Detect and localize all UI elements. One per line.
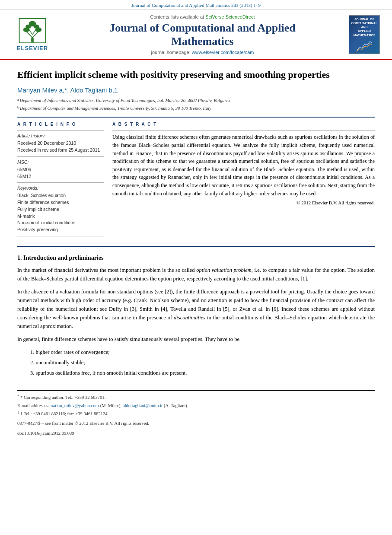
info-divider-4 [17,236,104,236]
msc-label: MSC: [17,159,104,165]
journal-title: Journal of Computational and Applied Mat… [56,21,349,48]
journal-cover-section: JOURNAL OFCOMPUTATIONAL ANDAPPLIEDMATHEM… [349,15,383,54]
keywords-label: Keywords: [17,185,104,191]
abstract-copyright: © 2012 Elsevier B.V. All rights reserved… [112,200,375,205]
section1-para3: In general, finite difference schemes ha… [17,335,375,344]
affiliation-b: b Department of Computer and Management … [17,105,375,112]
affil-text-b: Department of Computer and Management Sc… [20,105,211,112]
article-history-label: Article history: [17,133,104,138]
properties-list: 1. higher order rates of convergence; 2.… [30,348,375,377]
info-divider-1 [17,130,104,131]
article-title: Efficient implicit scheme with positivit… [17,69,375,81]
msc-code-1: 65M06 [17,166,104,173]
abstract-label: A B S T R A C T [112,122,375,127]
abstract-text: Using classical finite difference scheme… [112,133,375,197]
keyword-5: Non-smooth initial conditions [17,220,104,226]
journal-reference-text: Journal of Computational and Applied Mat… [131,3,261,8]
keyword-4: M-matrix [17,213,104,220]
svg-rect-0 [31,38,34,42]
section1-para2: In the absence of a valuation formula fo… [17,287,375,331]
journal-title-section: Contents lists available at SciVerse Sci… [56,14,349,55]
email2-name: (A. Tagliani). [164,402,188,410]
article-info-label: A R T I C L E I N F O [17,122,104,127]
revised-date: Received in revised form 25 August 2011 [17,147,104,154]
footer-section: * * Corresponding author. Tel.: +359 32 … [17,390,375,437]
doi-line: doi:10.1016/j.cam.2012.09.039 [17,430,375,437]
corresponding-note: * * Corresponding author. Tel.: +359 32 … [17,394,375,401]
main-content: Efficient implicit scheme with positivit… [0,60,392,446]
journal-header: ELSEVIER Contents lists available at Sci… [0,10,392,60]
email-note: E-mail addresses: marian_milev@yahoo.com… [17,402,375,410]
svg-point-9 [29,21,36,27]
info-divider-3 [17,182,104,183]
abstract-divider [112,130,375,131]
keyword-3: Fully implicit scheme [17,206,104,213]
affiliation-a: a Department of Informatics and Statisti… [17,97,375,104]
journal-reference-bar: Journal of Computational and Applied Mat… [0,0,392,10]
info-divider-2 [17,156,104,157]
header-divider [17,117,375,118]
contents-available-text: Contents lists available at SciVerse Sci… [56,14,349,19]
affil-text-a: Department of Informatics and Statistics… [20,97,230,104]
email1-name: (M. Milev), [100,402,121,410]
list-item-2: 2. unconditionally stable; [30,358,375,367]
authors-line: Mariyan Milev a,*, Aldo Tagliani b,1 [17,86,375,94]
abstract-column: A B S T R A C T Using classical finite d… [112,122,375,239]
svg-line-2 [32,32,38,38]
elsevier-brand-text: ELSEVIER [17,45,48,51]
footnote1-note: 1 1 Tel.: +39 0461 882116; fax: +39 0461… [17,411,375,418]
msc-code-2: 65M12 [17,173,104,180]
cover-graph-icon [354,39,375,52]
journal-cover-image: JOURNAL OFCOMPUTATIONAL ANDAPPLIEDMATHEM… [349,15,380,54]
footnote1-text: 1 Tel.: +39 0461 882116; fax: +39 0461 8… [20,411,108,418]
keyword-2: Finite difference schemes [17,199,104,206]
cover-title-text: JOURNAL OFCOMPUTATIONAL ANDAPPLIEDMATHEM… [351,17,378,37]
issn-line: 0377-0427/$ – see front matter © 2012 El… [17,420,375,427]
section1-para1: In the market of financial derivatives t… [17,266,375,283]
affil-super-a: a [17,97,19,102]
page-wrapper: Journal of Computational and Applied Mat… [0,0,392,535]
sciverse-link[interactable]: SciVerse ScienceDirect [205,14,255,19]
footnote-star: * [17,394,19,400]
email1-link[interactable]: marian_milev@yahoo.com [49,402,99,410]
svg-line-1 [26,32,32,38]
keyword-1: Black–Scholes equation [17,192,104,199]
homepage-link[interactable]: www.elsevier.com/locate/cam [192,50,254,55]
affil-super-b: b [17,105,19,110]
elsevier-logo-section: ELSEVIER [9,18,56,51]
list-item-1: 1. higher order rates of convergence; [30,348,375,357]
received-date: Received 20 December 2010 [17,140,104,147]
section-divider [17,246,375,247]
list-item-3: 3. spurious oscillations free, if non-sm… [30,369,375,377]
section1-title: 1. Introduction and preliminaries [17,255,375,261]
article-info-column: A R T I C L E I N F O Article history: R… [17,122,104,239]
email2-link[interactable]: aldo.tagliani@unitn.it [123,402,163,410]
article-info-abstract-section: A R T I C L E I N F O Article history: R… [17,122,375,239]
keyword-6: Positivity-preserving [17,226,104,233]
footnote1-num: 1 [17,411,19,416]
journal-homepage: journal homepage: www.elsevier.com/locat… [56,50,349,55]
affiliations-section: a Department of Informatics and Statisti… [17,97,375,112]
corresponding-text: * Corresponding author. Tel.: +359 32 60… [20,394,105,401]
email-label: E-mail addresses: [17,402,49,410]
elsevier-logo: ELSEVIER [9,18,56,51]
elsevier-tree-icon [17,18,48,44]
